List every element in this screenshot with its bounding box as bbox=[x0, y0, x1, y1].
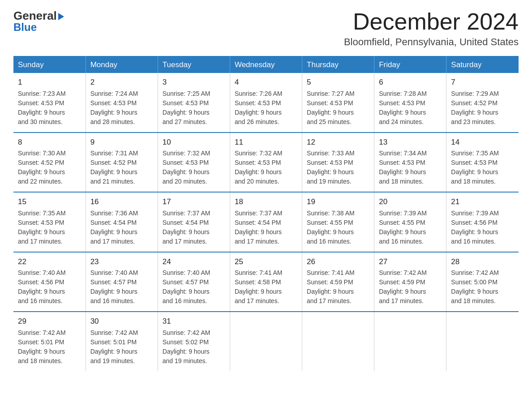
day-number: 23 bbox=[90, 256, 153, 268]
calendar-day-cell: 5Sunrise: 7:27 AMSunset: 4:53 PMDaylight… bbox=[302, 73, 374, 133]
day-number: 28 bbox=[451, 256, 514, 268]
header-row: Sunday Monday Tuesday Wednesday Thursday… bbox=[13, 56, 519, 73]
day-info: Sunrise: 7:40 AMSunset: 4:57 PMDaylight:… bbox=[163, 268, 225, 306]
logo-line2: Blue bbox=[13, 21, 37, 34]
calendar-day-cell: 19Sunrise: 7:38 AMSunset: 4:55 PMDayligh… bbox=[302, 192, 374, 252]
day-info: Sunrise: 7:35 AMSunset: 4:53 PMDaylight:… bbox=[451, 149, 514, 186]
day-number: 18 bbox=[235, 196, 297, 208]
day-number: 6 bbox=[379, 77, 442, 88]
col-saturday: Saturday bbox=[446, 56, 519, 73]
calendar-day-cell: 23Sunrise: 7:40 AMSunset: 4:57 PMDayligh… bbox=[86, 252, 158, 312]
day-number: 2 bbox=[90, 77, 153, 88]
day-info: Sunrise: 7:42 AMSunset: 5:01 PMDaylight:… bbox=[90, 328, 153, 366]
day-info: Sunrise: 7:42 AMSunset: 4:59 PMDaylight:… bbox=[379, 268, 442, 306]
day-info: Sunrise: 7:35 AMSunset: 4:53 PMDaylight:… bbox=[18, 209, 81, 246]
calendar-day-cell bbox=[302, 312, 374, 371]
calendar-day-cell: 12Sunrise: 7:33 AMSunset: 4:53 PMDayligh… bbox=[302, 133, 374, 193]
calendar-day-cell: 7Sunrise: 7:29 AMSunset: 4:52 PMDaylight… bbox=[446, 73, 519, 133]
day-info: Sunrise: 7:40 AMSunset: 4:56 PMDaylight:… bbox=[18, 268, 81, 306]
calendar-day-cell: 20Sunrise: 7:39 AMSunset: 4:55 PMDayligh… bbox=[374, 192, 446, 252]
day-info: Sunrise: 7:24 AMSunset: 4:53 PMDaylight:… bbox=[90, 89, 153, 127]
calendar-day-cell: 18Sunrise: 7:37 AMSunset: 4:54 PMDayligh… bbox=[230, 192, 302, 252]
day-info: Sunrise: 7:26 AMSunset: 4:53 PMDaylight:… bbox=[235, 89, 297, 127]
day-info: Sunrise: 7:37 AMSunset: 4:54 PMDaylight:… bbox=[235, 209, 297, 246]
logo: General Blue bbox=[13, 9, 64, 34]
day-info: Sunrise: 7:42 AMSunset: 5:00 PMDaylight:… bbox=[451, 268, 514, 306]
day-number: 11 bbox=[235, 137, 297, 148]
calendar-day-cell: 21Sunrise: 7:39 AMSunset: 4:56 PMDayligh… bbox=[446, 192, 519, 252]
calendar-day-cell: 30Sunrise: 7:42 AMSunset: 5:01 PMDayligh… bbox=[86, 312, 158, 371]
calendar-day-cell bbox=[230, 312, 302, 371]
calendar-day-cell: 2Sunrise: 7:24 AMSunset: 4:53 PMDaylight… bbox=[86, 73, 158, 133]
day-number: 31 bbox=[163, 316, 225, 327]
day-info: Sunrise: 7:33 AMSunset: 4:53 PMDaylight:… bbox=[307, 149, 369, 186]
calendar-day-cell: 15Sunrise: 7:35 AMSunset: 4:53 PMDayligh… bbox=[13, 192, 86, 252]
day-number: 12 bbox=[307, 137, 369, 148]
calendar-week-row: 22Sunrise: 7:40 AMSunset: 4:56 PMDayligh… bbox=[13, 252, 519, 312]
day-info: Sunrise: 7:30 AMSunset: 4:52 PMDaylight:… bbox=[18, 149, 81, 186]
day-info: Sunrise: 7:42 AMSunset: 5:02 PMDaylight:… bbox=[163, 328, 225, 366]
calendar-day-cell: 14Sunrise: 7:35 AMSunset: 4:53 PMDayligh… bbox=[446, 133, 519, 193]
calendar-day-cell: 22Sunrise: 7:40 AMSunset: 4:56 PMDayligh… bbox=[13, 252, 86, 312]
day-number: 24 bbox=[163, 256, 225, 268]
day-info: Sunrise: 7:32 AMSunset: 4:53 PMDaylight:… bbox=[163, 149, 225, 186]
calendar-day-cell: 26Sunrise: 7:41 AMSunset: 4:59 PMDayligh… bbox=[302, 252, 374, 312]
day-number: 4 bbox=[235, 77, 297, 88]
day-number: 20 bbox=[379, 196, 442, 208]
calendar-day-cell: 6Sunrise: 7:28 AMSunset: 4:53 PMDaylight… bbox=[374, 73, 446, 133]
day-info: Sunrise: 7:39 AMSunset: 4:55 PMDaylight:… bbox=[379, 209, 442, 246]
day-number: 10 bbox=[163, 137, 225, 148]
calendar-day-cell: 11Sunrise: 7:32 AMSunset: 4:53 PMDayligh… bbox=[230, 133, 302, 193]
day-info: Sunrise: 7:27 AMSunset: 4:53 PMDaylight:… bbox=[307, 89, 369, 127]
col-tuesday: Tuesday bbox=[158, 56, 230, 73]
col-monday: Monday bbox=[86, 56, 158, 73]
calendar-day-cell: 10Sunrise: 7:32 AMSunset: 4:53 PMDayligh… bbox=[158, 133, 230, 193]
day-number: 25 bbox=[235, 256, 297, 268]
day-info: Sunrise: 7:37 AMSunset: 4:54 PMDaylight:… bbox=[163, 209, 225, 246]
day-info: Sunrise: 7:29 AMSunset: 4:52 PMDaylight:… bbox=[451, 89, 514, 127]
col-thursday: Thursday bbox=[302, 56, 374, 73]
calendar-day-cell: 25Sunrise: 7:41 AMSunset: 4:58 PMDayligh… bbox=[230, 252, 302, 312]
day-info: Sunrise: 7:31 AMSunset: 4:52 PMDaylight:… bbox=[90, 149, 153, 186]
day-number: 5 bbox=[307, 77, 369, 88]
day-info: Sunrise: 7:36 AMSunset: 4:54 PMDaylight:… bbox=[90, 209, 153, 246]
day-number: 26 bbox=[307, 256, 369, 268]
day-info: Sunrise: 7:32 AMSunset: 4:53 PMDaylight:… bbox=[235, 149, 297, 186]
day-number: 27 bbox=[379, 256, 442, 268]
calendar-week-row: 1Sunrise: 7:23 AMSunset: 4:53 PMDaylight… bbox=[13, 73, 519, 133]
day-number: 14 bbox=[451, 137, 514, 148]
calendar-body: 1Sunrise: 7:23 AMSunset: 4:53 PMDaylight… bbox=[13, 73, 519, 371]
day-number: 7 bbox=[451, 77, 514, 88]
day-number: 29 bbox=[18, 316, 81, 327]
day-number: 30 bbox=[90, 316, 153, 327]
calendar-day-cell: 31Sunrise: 7:42 AMSunset: 5:02 PMDayligh… bbox=[158, 312, 230, 371]
calendar-day-cell bbox=[374, 312, 446, 371]
day-info: Sunrise: 7:28 AMSunset: 4:53 PMDaylight:… bbox=[379, 89, 442, 127]
page-header: General Blue December 2024 Bloomfield, P… bbox=[13, 9, 519, 48]
day-info: Sunrise: 7:23 AMSunset: 4:53 PMDaylight:… bbox=[18, 89, 81, 127]
calendar-week-row: 29Sunrise: 7:42 AMSunset: 5:01 PMDayligh… bbox=[13, 312, 519, 371]
day-number: 16 bbox=[90, 196, 153, 208]
calendar-week-row: 8Sunrise: 7:30 AMSunset: 4:52 PMDaylight… bbox=[13, 133, 519, 193]
col-sunday: Sunday bbox=[13, 56, 86, 73]
calendar-day-cell: 16Sunrise: 7:36 AMSunset: 4:54 PMDayligh… bbox=[86, 192, 158, 252]
calendar-day-cell: 4Sunrise: 7:26 AMSunset: 4:53 PMDaylight… bbox=[230, 73, 302, 133]
calendar-day-cell: 13Sunrise: 7:34 AMSunset: 4:53 PMDayligh… bbox=[374, 133, 446, 193]
day-number: 13 bbox=[379, 137, 442, 148]
day-number: 9 bbox=[90, 137, 153, 148]
day-number: 1 bbox=[18, 77, 81, 88]
day-info: Sunrise: 7:25 AMSunset: 4:53 PMDaylight:… bbox=[163, 89, 225, 127]
calendar-day-cell: 9Sunrise: 7:31 AMSunset: 4:52 PMDaylight… bbox=[86, 133, 158, 193]
calendar-day-cell: 27Sunrise: 7:42 AMSunset: 4:59 PMDayligh… bbox=[374, 252, 446, 312]
calendar-day-cell bbox=[446, 312, 519, 371]
day-info: Sunrise: 7:41 AMSunset: 4:59 PMDaylight:… bbox=[307, 268, 369, 306]
day-number: 21 bbox=[451, 196, 514, 208]
day-number: 3 bbox=[163, 77, 225, 88]
day-number: 17 bbox=[163, 196, 225, 208]
calendar-table: Sunday Monday Tuesday Wednesday Thursday… bbox=[13, 56, 519, 371]
calendar-day-cell: 3Sunrise: 7:25 AMSunset: 4:53 PMDaylight… bbox=[158, 73, 230, 133]
title-block: December 2024 Bloomfield, Pennsylvania, … bbox=[344, 9, 519, 48]
calendar-day-cell: 8Sunrise: 7:30 AMSunset: 4:52 PMDaylight… bbox=[13, 133, 86, 193]
calendar-header: Sunday Monday Tuesday Wednesday Thursday… bbox=[13, 56, 519, 73]
day-info: Sunrise: 7:38 AMSunset: 4:55 PMDaylight:… bbox=[307, 209, 369, 246]
